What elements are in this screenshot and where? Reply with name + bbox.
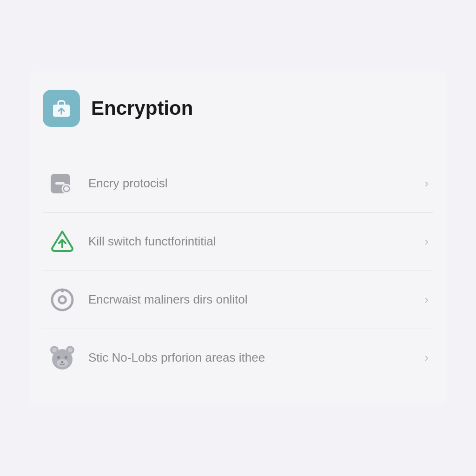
svg-point-17 <box>61 361 64 363</box>
nologs-chevron: › <box>424 350 429 365</box>
dns-chevron: › <box>424 292 429 307</box>
protocol-chevron: › <box>424 176 429 191</box>
encryption-upload-icon <box>43 90 80 127</box>
menu-item-nologs[interactable]: Stic No-Lobs prforion areas ithee › <box>43 329 433 387</box>
svg-point-4 <box>64 186 69 191</box>
svg-point-15 <box>57 356 60 359</box>
killswitch-icon <box>47 227 77 257</box>
encryption-page: Encryption Encry protocisl › <box>29 71 447 405</box>
svg-point-7 <box>60 298 65 302</box>
page-title: Encryption <box>91 97 193 119</box>
nologs-icon <box>47 343 77 373</box>
killswitch-chevron: › <box>424 234 429 249</box>
nologs-label: Stic No-Lobs prforion areas ithee <box>88 350 413 365</box>
killswitch-label: Kill switch functforintitial <box>88 234 413 249</box>
page-header: Encryption <box>43 90 433 127</box>
menu-item-protocol[interactable]: Encry protocisl › <box>43 155 433 213</box>
svg-point-16 <box>65 356 67 359</box>
dns-icon <box>47 285 77 315</box>
protocol-label: Encry protocisl <box>88 176 413 191</box>
svg-rect-2 <box>55 182 65 185</box>
menu-item-killswitch[interactable]: Kill switch functforintitial › <box>43 213 433 271</box>
menu-item-dns[interactable]: Encrwaist maliners dirs onlitol › <box>43 271 433 329</box>
protocol-icon <box>47 169 77 198</box>
menu-list: Encry protocisl › Kill switch functforin… <box>43 155 433 387</box>
dns-label: Encrwaist maliners dirs onlitol <box>88 292 413 307</box>
svg-rect-8 <box>61 289 64 292</box>
